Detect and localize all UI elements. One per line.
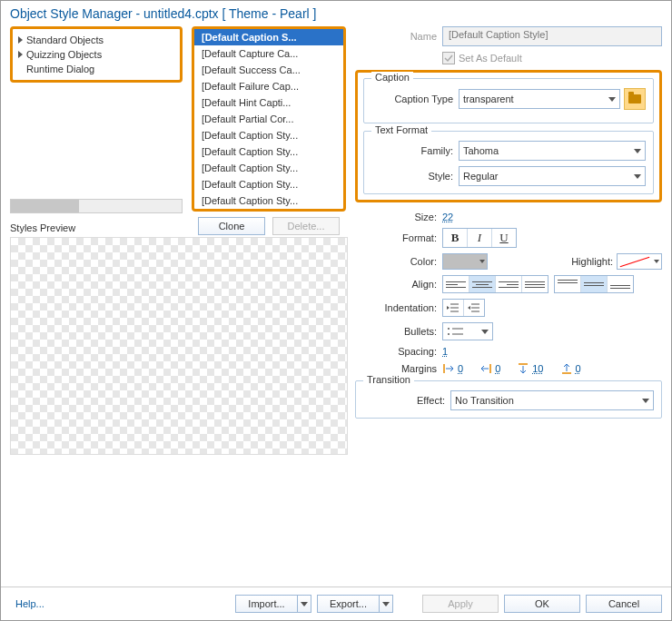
color-picker[interactable]	[442, 253, 488, 270]
list-item[interactable]: [Default Success Ca...	[194, 62, 343, 78]
style-select[interactable]: Regular	[459, 166, 646, 186]
indent-button[interactable]	[464, 300, 484, 316]
chevron-down-icon	[382, 602, 390, 606]
align-label: Align:	[355, 279, 442, 290]
import-button[interactable]: Import...	[235, 595, 311, 613]
list-item[interactable]: [Default Capture Ca...	[194, 45, 343, 62]
list-item[interactable]: [Default Caption Sty...	[194, 192, 343, 209]
chevron-down-icon	[634, 174, 641, 179]
list-item[interactable]: [Default Partial Cor...	[194, 111, 343, 127]
chevron-down-icon	[634, 149, 641, 153]
margin-bottom[interactable]: 0	[560, 362, 581, 375]
margin-bottom-icon	[560, 362, 573, 375]
underline-button[interactable]: U	[492, 229, 516, 247]
svg-point-1	[448, 333, 450, 335]
chevron-down-icon	[642, 399, 649, 403]
cancel-button[interactable]: Cancel	[586, 595, 662, 613]
margin-left-icon	[442, 362, 455, 375]
tree-item-quizzing[interactable]: Quizzing Objects	[18, 47, 174, 62]
family-select[interactable]: Tahoma	[459, 141, 646, 161]
styles-list[interactable]: [Default Caption S... [Default Capture C…	[192, 26, 346, 212]
caption-type-select[interactable]: transparent	[459, 89, 620, 109]
caption-legend: Caption	[371, 72, 413, 83]
folder-icon	[628, 94, 641, 104]
indentation-label: Indentation:	[355, 302, 442, 313]
name-label: Name	[355, 31, 442, 42]
dialog-footer: Help... Import... Export... Apply OK Can…	[1, 586, 671, 620]
effect-select[interactable]: No Transition	[450, 390, 654, 410]
margin-left[interactable]: 0	[442, 362, 463, 375]
spacing-label: Spacing:	[355, 346, 442, 357]
highlight-picker[interactable]	[617, 253, 662, 270]
align-right-button[interactable]	[496, 276, 522, 292]
browse-caption-button[interactable]	[624, 88, 646, 110]
list-item[interactable]: [Default Caption S...	[194, 29, 343, 45]
set-default-checkbox	[442, 52, 455, 64]
spacing-value[interactable]: 1	[442, 346, 448, 357]
window-title: Object Style Manager - untitled4.cptx [ …	[1, 1, 671, 26]
format-buttons: B I U	[442, 228, 517, 248]
styles-preview-label: Styles Preview	[10, 222, 183, 233]
format-label: Format:	[355, 232, 442, 243]
bullets-label: Bullets:	[355, 326, 442, 337]
align-center-button[interactable]	[469, 276, 496, 292]
delete-button: Delete...	[272, 217, 340, 235]
align-top-button[interactable]	[555, 276, 581, 292]
chevron-down-icon	[654, 260, 659, 263]
chevron-down-icon	[479, 260, 485, 263]
svg-point-0	[448, 328, 450, 330]
tree-item-standard[interactable]: Standard Objects	[18, 33, 174, 47]
list-item[interactable]: [Default Caption Sty...	[194, 143, 343, 160]
size-label: Size:	[355, 212, 442, 222]
list-item[interactable]: [Default Failure Cap...	[194, 78, 343, 94]
apply-button: Apply	[422, 595, 499, 613]
style-label: Style:	[371, 171, 459, 182]
tree-label: Quizzing Objects	[26, 49, 102, 60]
transition-legend: Transition	[363, 374, 414, 385]
transition-fieldset: Transition Effect: No Transition	[355, 380, 662, 419]
tree-horizontal-scrollbar[interactable]	[10, 199, 183, 213]
expand-icon	[18, 36, 23, 44]
margin-right-icon	[479, 362, 492, 375]
bold-button[interactable]: B	[443, 229, 468, 247]
caption-type-label: Caption Type	[371, 94, 459, 104]
margin-top[interactable]: 10	[517, 362, 543, 375]
expand-icon	[18, 51, 23, 58]
text-format-legend: Text Format	[371, 124, 431, 135]
tree-label: Standard Objects	[26, 34, 104, 45]
color-label: Color:	[355, 256, 442, 267]
list-item[interactable]: [Default Caption Sty...	[194, 160, 343, 176]
caption-text-group: Caption Caption Type transparent Text Fo…	[355, 70, 662, 202]
outdent-button[interactable]	[443, 300, 464, 316]
chevron-down-icon	[481, 330, 489, 334]
align-left-button[interactable]	[443, 276, 469, 292]
size-value[interactable]: 22	[442, 212, 453, 222]
vertical-align	[554, 275, 634, 293]
list-item[interactable]: [Default Caption Sty...	[194, 176, 343, 192]
help-link[interactable]: Help...	[10, 598, 44, 609]
ok-button[interactable]: OK	[504, 595, 580, 613]
align-bottom-button[interactable]	[608, 276, 633, 292]
set-default-label: Set As Default	[459, 53, 522, 64]
object-style-manager-window: Object Style Manager - untitled4.cptx [ …	[0, 0, 672, 621]
bullets-select[interactable]	[442, 322, 493, 340]
align-justify-button[interactable]	[522, 276, 548, 292]
export-button[interactable]: Export...	[317, 595, 393, 613]
highlight-label: Highlight:	[571, 256, 617, 267]
chevron-down-icon	[608, 97, 616, 102]
horizontal-align	[442, 275, 548, 293]
object-categories-tree[interactable]: Standard Objects Quizzing Objects Runtim…	[10, 26, 183, 83]
margins-label: Margins	[355, 363, 442, 374]
margin-right[interactable]: 0	[479, 362, 500, 375]
name-input: [Default Caption Style]	[442, 26, 662, 46]
align-middle-button[interactable]	[581, 276, 608, 292]
tree-item-runtime[interactable]: Runtime Dialog	[18, 62, 174, 76]
margin-top-icon	[517, 362, 529, 375]
effect-label: Effect:	[363, 395, 450, 406]
family-label: Family:	[371, 145, 459, 156]
list-item[interactable]: [Default Hint Capti...	[194, 94, 343, 111]
italic-button[interactable]: I	[468, 229, 492, 247]
list-item[interactable]: [Default Caption Sty...	[194, 127, 343, 143]
clone-button[interactable]: Clone	[198, 217, 265, 235]
chevron-down-icon	[301, 602, 308, 606]
